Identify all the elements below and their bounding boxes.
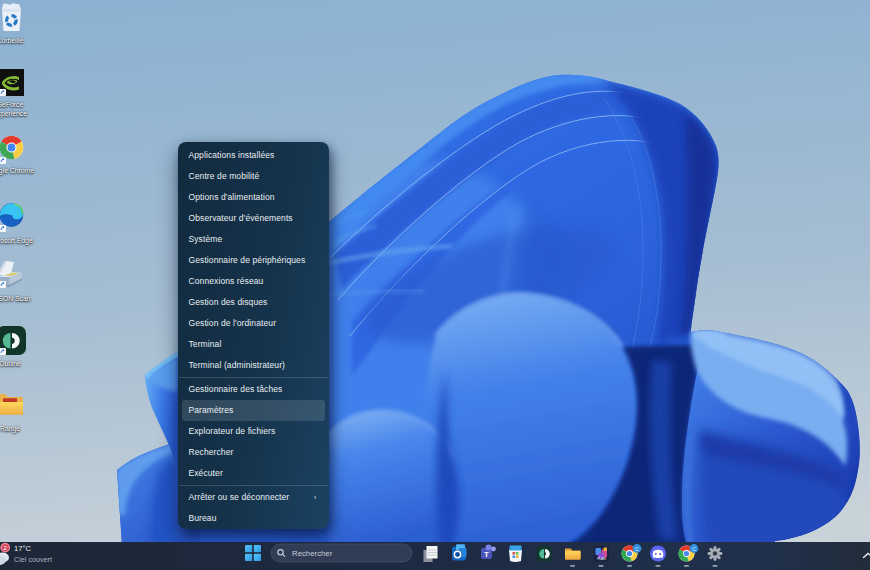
svg-text:PLAN: PLAN xyxy=(597,557,606,561)
svg-text:Rechercher: Rechercher xyxy=(292,548,333,557)
svg-text:C: C xyxy=(635,545,639,551)
svg-text:Ciel couvert: Ciel couvert xyxy=(14,554,52,563)
svg-text:T: T xyxy=(484,550,489,559)
svg-text:C: C xyxy=(692,545,696,551)
svg-text:17°C: 17°C xyxy=(14,544,31,553)
